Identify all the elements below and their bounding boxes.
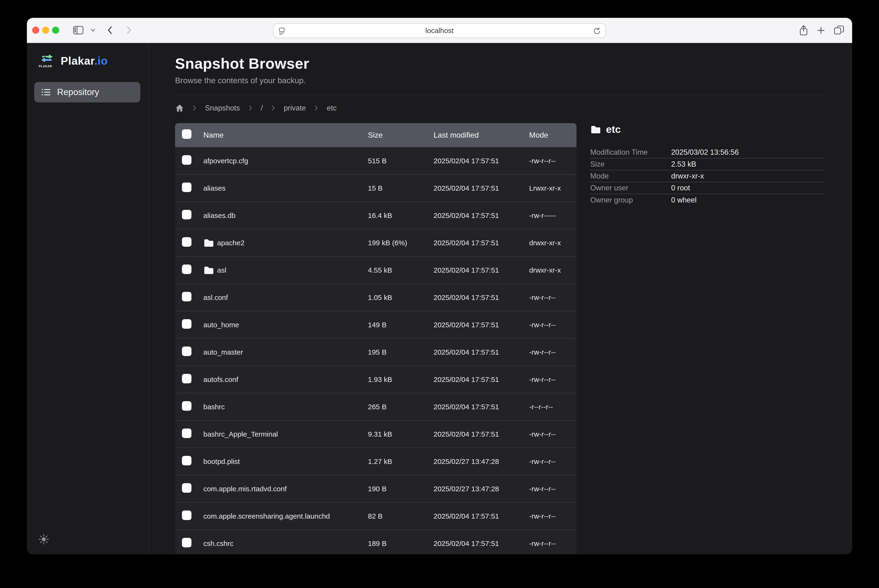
file-size: 189 B xyxy=(368,540,434,548)
row-checkbox[interactable] xyxy=(182,183,191,192)
file-size: 515 B xyxy=(368,157,434,165)
file-name[interactable]: bashrc_Apple_Terminal xyxy=(203,430,278,438)
url-text: localhost xyxy=(425,27,454,35)
row-checkbox[interactable] xyxy=(182,538,191,548)
table-row[interactable]: com.apple.screensharing.agent.launchd 82… xyxy=(175,502,577,530)
row-checkbox[interactable] xyxy=(182,210,191,219)
detail-label: Size xyxy=(590,160,671,168)
home-icon[interactable] xyxy=(175,104,184,112)
file-size: 82 B xyxy=(368,512,434,520)
breadcrumb-item[interactable]: Snapshots xyxy=(205,104,240,112)
breadcrumb-chevron-icon xyxy=(271,105,276,111)
file-modified: 2025/02/04 17:57:51 xyxy=(434,430,529,438)
column-header-modified[interactable]: Last modified xyxy=(434,131,529,140)
detail-row: Owner user 0 root xyxy=(590,182,825,194)
plakar-logo[interactable]: PLAKAR Plakar.io xyxy=(39,53,149,68)
file-name[interactable]: com.apple.mis.rtadvd.conf xyxy=(203,485,287,493)
file-name[interactable]: asl xyxy=(217,266,226,274)
table-row[interactable]: asl.conf 1.05 kB 2025/02/04 17:57:51 -rw… xyxy=(175,284,577,311)
table-row[interactable]: com.apple.mis.rtadvd.conf 190 B 2025/02/… xyxy=(175,475,577,502)
table-row[interactable]: aliases.db 16.4 kB 2025/02/04 17:57:51 -… xyxy=(175,201,577,229)
file-modified: 2025/02/27 13:47:28 xyxy=(434,458,529,466)
row-checkbox[interactable] xyxy=(182,292,191,302)
toolbar-right-icons xyxy=(798,18,845,43)
breadcrumb-item[interactable]: / xyxy=(261,104,263,112)
main-area: Snapshot Browser Browse the contents of … xyxy=(149,43,852,554)
folder-icon xyxy=(203,266,214,275)
file-name[interactable]: aliases.db xyxy=(203,212,236,220)
file-modified: 2025/02/04 17:57:51 xyxy=(434,266,529,274)
table-row[interactable]: auto_home 149 B 2025/02/04 17:57:51 -rw-… xyxy=(175,311,577,338)
breadcrumb-item[interactable]: private xyxy=(284,104,306,112)
row-checkbox[interactable] xyxy=(182,429,191,438)
column-header-name[interactable]: Name xyxy=(203,131,368,140)
row-checkbox[interactable] xyxy=(182,456,191,465)
forward-button[interactable] xyxy=(125,25,132,35)
plakar-logo-icon: PLAKAR xyxy=(39,53,57,68)
row-checkbox[interactable] xyxy=(182,346,191,356)
table-row[interactable]: afpovertcp.cfg 515 B 2025/02/04 17:57:51… xyxy=(175,147,577,174)
row-checkbox[interactable] xyxy=(182,374,191,383)
table-row[interactable]: apache2 199 kB (6%) 2025/02/04 17:57:51 … xyxy=(175,229,577,256)
file-name[interactable]: apache2 xyxy=(217,239,245,247)
table-row[interactable]: autofs.conf 1.93 kB 2025/02/04 17:57:51 … xyxy=(175,366,577,393)
file-table-header: Name Size Last modified Mode xyxy=(175,123,577,147)
breadcrumb-item[interactable]: etc xyxy=(327,104,337,112)
sidebar-toggle-icon[interactable] xyxy=(72,25,84,35)
file-name[interactable]: auto_home xyxy=(203,321,239,329)
file-name[interactable]: autofs.conf xyxy=(203,375,238,384)
file-name[interactable]: aliases xyxy=(203,184,225,192)
tab-overview-icon[interactable] xyxy=(833,25,845,36)
sidebar-item-repository[interactable]: Repository xyxy=(34,82,140,102)
file-size: 16.4 kB xyxy=(368,212,434,220)
minimize-window-button[interactable] xyxy=(42,27,49,34)
file-name[interactable]: com.apple.screensharing.agent.launchd xyxy=(203,512,330,520)
file-name[interactable]: bootpd.plist xyxy=(203,458,240,466)
file-size: 265 B xyxy=(368,403,434,411)
table-row[interactable]: bashrc_Apple_Terminal 9.31 kB 2025/02/04… xyxy=(175,420,577,447)
close-window-button[interactable] xyxy=(32,27,39,34)
zoom-window-button[interactable] xyxy=(52,27,59,34)
reload-icon[interactable] xyxy=(593,27,601,35)
table-row[interactable]: bootpd.plist 1.27 kB 2025/02/27 13:47:28… xyxy=(175,447,577,475)
row-checkbox[interactable] xyxy=(182,483,191,493)
table-row[interactable]: asl 4.55 kB 2025/02/04 17:57:51 drwxr-xr… xyxy=(175,256,577,284)
row-checkbox[interactable] xyxy=(182,319,191,329)
file-modified: 2025/02/04 17:57:51 xyxy=(434,184,529,192)
file-name[interactable]: csh.cshrc xyxy=(203,540,234,548)
details-title: etc xyxy=(590,124,825,135)
column-header-size[interactable]: Size xyxy=(368,131,434,140)
table-row[interactable]: auto_master 195 B 2025/02/04 17:57:51 -r… xyxy=(175,338,577,366)
file-name[interactable]: auto_master xyxy=(203,348,243,356)
row-checkbox[interactable] xyxy=(182,264,191,274)
file-mode: -rw-r--r-- xyxy=(529,485,577,493)
file-name[interactable]: afpovertcp.cfg xyxy=(203,157,248,165)
row-checkbox[interactable] xyxy=(182,155,191,165)
file-size: 195 B xyxy=(368,348,434,356)
theme-toggle-sun-icon[interactable] xyxy=(38,534,49,545)
sidebar-chevron-down-icon[interactable] xyxy=(90,28,96,32)
back-button[interactable] xyxy=(106,25,113,35)
traffic-lights xyxy=(32,27,59,34)
detail-value: 2.53 kB xyxy=(671,160,696,168)
select-all-checkbox[interactable] xyxy=(182,129,191,139)
column-header-mode[interactable]: Mode xyxy=(529,131,577,140)
file-name[interactable]: asl.conf xyxy=(203,294,228,302)
detail-label: Mode xyxy=(590,172,671,180)
table-row[interactable]: bashrc 265 B 2025/02/04 17:57:51 -r--r--… xyxy=(175,393,577,420)
table-row[interactable]: csh.cshrc 189 B 2025/02/04 17:57:51 -rw-… xyxy=(175,530,577,554)
share-icon[interactable] xyxy=(798,24,809,36)
file-mode: -rw-r--r-- xyxy=(529,375,577,384)
details-panel: etc Modification Time 2025/03/02 13:56:5… xyxy=(590,123,825,206)
row-checkbox[interactable] xyxy=(182,401,191,411)
file-modified: 2025/02/04 17:57:51 xyxy=(434,540,529,548)
row-checkbox[interactable] xyxy=(182,510,191,520)
file-name[interactable]: bashrc xyxy=(203,403,225,411)
detail-row: Size 2.53 kB xyxy=(590,159,825,170)
row-checkbox[interactable] xyxy=(182,237,191,247)
new-tab-icon[interactable] xyxy=(816,26,826,35)
file-modified: 2025/02/04 17:57:51 xyxy=(434,157,529,165)
sidebar-item-label: Repository xyxy=(57,87,99,97)
table-row[interactable]: aliases 15 B 2025/02/04 17:57:51 Lrwxr-x… xyxy=(175,174,577,201)
address-bar[interactable]: localhost xyxy=(273,23,606,38)
